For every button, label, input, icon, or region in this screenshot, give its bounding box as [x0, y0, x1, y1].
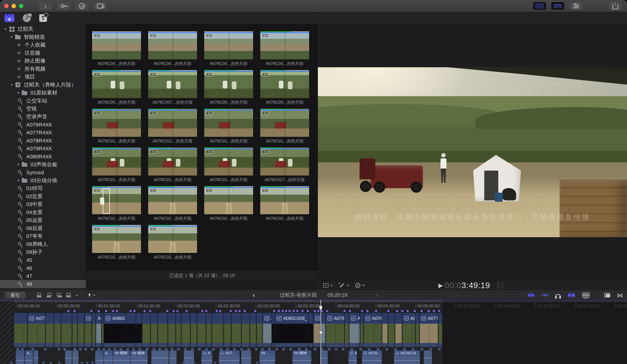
- mini-clip[interactable]: [226, 348, 229, 350]
- mini-clip[interactable]: [191, 348, 194, 350]
- mini-clip[interactable]: [58, 362, 60, 364]
- marker[interactable]: [112, 310, 114, 312]
- sidebar-item[interactable]: A080R4XK: [0, 153, 86, 161]
- audio-clip[interactable]: [320, 350, 328, 364]
- marker[interactable]: [289, 310, 291, 312]
- marker[interactable]: [130, 310, 132, 312]
- mini-clip[interactable]: [335, 348, 337, 350]
- marker[interactable]: [296, 310, 298, 312]
- audio-clip[interactable]: 09 蟋蟀: [130, 350, 148, 364]
- audio-clip[interactable]: 0...: [104, 350, 113, 364]
- marker[interactable]: [149, 310, 151, 312]
- mini-clip[interactable]: [10, 362, 13, 364]
- disclosure-triangle-icon[interactable]: [15, 91, 21, 95]
- sidebar-item[interactable]: Synced: [0, 168, 86, 177]
- marker[interactable]: [407, 310, 409, 312]
- mini-clip[interactable]: [321, 348, 323, 350]
- clip-card[interactable]: A076C01...步的片段: [260, 109, 309, 144]
- mini-clip[interactable]: [35, 362, 37, 364]
- timeline-clip[interactable]: A080C028_170...: [275, 313, 308, 347]
- share-button[interactable]: [609, 2, 622, 10]
- marker[interactable]: [293, 310, 295, 312]
- clip-card[interactable]: A076C00...步的片段: [148, 31, 197, 66]
- clip-thumbnail[interactable]: [148, 109, 197, 137]
- timeline-clip[interactable]: [438, 313, 442, 347]
- mini-clip[interactable]: [377, 348, 379, 350]
- sidebar-item[interactable]: 46: [0, 264, 86, 272]
- clip-thumbnail[interactable]: [204, 186, 253, 214]
- sidebar-item[interactable]: A077R4XK: [0, 129, 86, 137]
- mini-clip[interactable]: [359, 348, 362, 350]
- clip-card[interactable]: A076C01...步的片段: [92, 186, 141, 221]
- mini-clip[interactable]: [86, 362, 88, 364]
- mini-clip[interactable]: [32, 348, 34, 350]
- mini-clip[interactable]: [153, 348, 155, 350]
- close-window-button[interactable]: [4, 4, 8, 8]
- marker[interactable]: [285, 310, 287, 312]
- clip-thumbnail[interactable]: [92, 225, 141, 253]
- sidebar-item[interactable]: 项目: [0, 73, 86, 81]
- mini-clip[interactable]: [17, 348, 19, 350]
- mini-clip[interactable]: [139, 348, 141, 350]
- sidebar-item[interactable]: A076R4XK: [0, 121, 86, 129]
- sidebar-item[interactable]: 45: [0, 256, 86, 264]
- timeline-clip[interactable]: A076...: [364, 313, 382, 347]
- audio-meters[interactable]: [497, 282, 504, 289]
- mini-clip[interactable]: [328, 348, 330, 350]
- mini-clip[interactable]: [74, 348, 76, 350]
- sidebar-item[interactable]: 过昭关（养蜂人片段）: [0, 81, 86, 89]
- marker[interactable]: [278, 310, 280, 312]
- timeline-clip[interactable]: A076C...: [326, 313, 344, 347]
- timeline-clip[interactable]: A...: [96, 313, 101, 347]
- marker[interactable]: [186, 310, 188, 312]
- timeline-clip[interactable]: [257, 313, 262, 347]
- marker[interactable]: [273, 310, 275, 312]
- timeline-clip[interactable]: [181, 313, 190, 347]
- video-frame[interactable]: CCBA 影视工业网旗下品牌 内部资料，仅限中国剪辑师社群会员交流学习，严禁商用…: [318, 67, 627, 237]
- marker[interactable]: [105, 310, 107, 312]
- timeline-clip[interactable]: [61, 313, 72, 347]
- timeline-clip[interactable]: [416, 313, 419, 347]
- marker[interactable]: [230, 310, 232, 312]
- mini-clip[interactable]: [268, 348, 271, 350]
- audio-clip[interactable]: A: [349, 350, 357, 364]
- mini-clip[interactable]: [81, 362, 83, 364]
- marker[interactable]: [396, 310, 398, 312]
- mini-clip[interactable]: [235, 362, 237, 364]
- sidebar-item[interactable]: 03分场分镜: [0, 177, 86, 185]
- mini-clip[interactable]: [224, 362, 227, 364]
- mini-clip[interactable]: [114, 348, 116, 350]
- timeline-clip[interactable]: ...: [84, 313, 91, 347]
- sidebar-item[interactable]: 公交车站: [0, 97, 86, 105]
- clip-card[interactable]: A076C00...步的片段: [92, 31, 141, 66]
- clip-thumbnail[interactable]: [204, 148, 253, 175]
- timeline-clip[interactable]: [272, 313, 274, 347]
- marker[interactable]: [421, 310, 423, 312]
- marker[interactable]: [314, 310, 316, 312]
- clip-thumbnail[interactable]: [148, 31, 197, 59]
- marker[interactable]: [133, 310, 135, 312]
- clip-card[interactable]: A076C02...步的片段: [92, 225, 141, 260]
- marker[interactable]: [239, 310, 240, 312]
- index-button[interactable]: 索引: [5, 292, 26, 299]
- tool-selector[interactable]: [89, 290, 95, 300]
- sidebar-item[interactable]: 08养蜂人: [0, 240, 86, 248]
- sidebar-item[interactable]: A078R4XK: [0, 137, 86, 145]
- timeline-clip[interactable]: [14, 313, 27, 347]
- marker[interactable]: [307, 310, 309, 312]
- append-edit-icon[interactable]: [56, 293, 62, 297]
- marker[interactable]: [90, 310, 92, 312]
- enhance-dropdown[interactable]: [339, 283, 349, 288]
- disclosure-triangle-icon[interactable]: [2, 27, 8, 31]
- audio-clip[interactable]: 09 蟋蟀: [113, 350, 130, 364]
- sidebar-item[interactable]: 空镜: [0, 105, 86, 113]
- marker[interactable]: [375, 310, 377, 312]
- mini-clip[interactable]: [204, 362, 206, 364]
- marker[interactable]: [401, 310, 403, 312]
- timeline-clip[interactable]: A...: [263, 313, 271, 347]
- sidebar-item[interactable]: 05远景: [0, 216, 86, 224]
- timeline-clip[interactable]: A0...: [402, 313, 415, 347]
- timeline-clip[interactable]: [142, 313, 150, 347]
- photos-audio-icon[interactable]: [23, 14, 31, 22]
- mini-clip[interactable]: [22, 362, 24, 364]
